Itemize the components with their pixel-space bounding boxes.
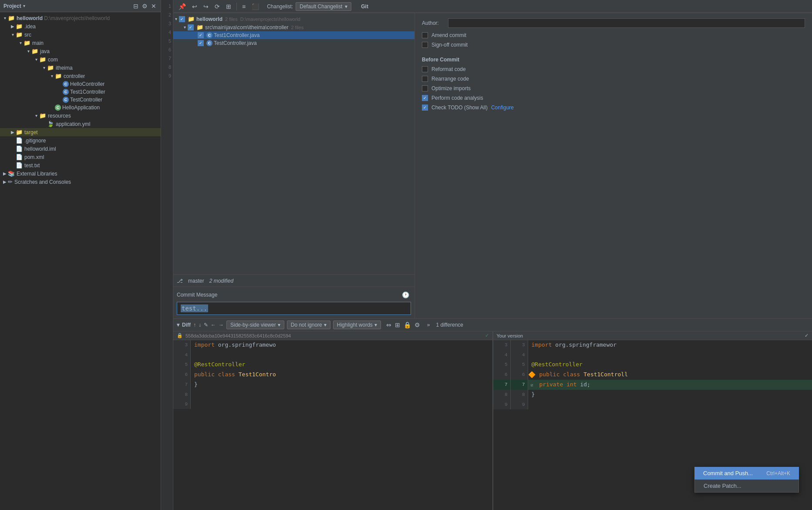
- tree-item-idea[interactable]: ▶ 📁 .idea: [0, 22, 161, 30]
- diff-left-code[interactable]: 3 import org.springframewo 4 5: [173, 340, 492, 510]
- align-left-btn[interactable]: ≡: [240, 2, 247, 11]
- diff-section-toggle[interactable]: ▾: [177, 322, 179, 328]
- sign-off-checkbox[interactable]: [422, 42, 428, 48]
- commit-message-value: test...: [181, 304, 208, 312]
- changelist-dropdown[interactable]: Default Changelist ▾: [296, 2, 351, 11]
- viewer-dropdown[interactable]: Side-by-side viewer ▾: [226, 321, 284, 329]
- diff-left-arrow[interactable]: ←: [211, 322, 216, 328]
- tree-label-java: java: [40, 48, 50, 54]
- diff-section-title[interactable]: Diff: [182, 322, 191, 328]
- diff-right-line-8: 8 8 }: [493, 390, 812, 400]
- configure-link[interactable]: Configure: [491, 105, 514, 111]
- project-dropdown-arrow[interactable]: ▾: [23, 3, 25, 8]
- rearrange-code-checkbox[interactable]: [422, 76, 428, 82]
- line-num-2: 8: [511, 390, 528, 400]
- test2-filename: TestController.java: [214, 40, 257, 46]
- sign-off-row: Sign-off commit: [422, 42, 805, 48]
- collapse-all-icon[interactable]: ⊟: [132, 2, 139, 10]
- undo-btn[interactable]: ↩: [190, 2, 199, 11]
- ignore-dropdown-arrow: ▾: [324, 322, 327, 328]
- tree-item-main[interactable]: ▾ 📁 main: [0, 39, 161, 47]
- highlight-dropdown[interactable]: Highlight words ▾: [333, 321, 381, 329]
- redo-btn[interactable]: ↪: [202, 2, 210, 11]
- settings-icon[interactable]: ⚙: [141, 2, 148, 10]
- reformat-code-checkbox[interactable]: [422, 66, 428, 72]
- diff-difference-count: 1 difference: [436, 322, 464, 328]
- diff-left-line-8: 8: [173, 390, 492, 399]
- line-num-4: 4: [168, 28, 171, 37]
- folder-icon: 📁: [196, 24, 203, 30]
- line-num-3: 3: [168, 19, 171, 28]
- line-num-5: 5: [168, 37, 171, 45]
- diff-right-line-6: 6 6 🔶 public class Test1Controll: [493, 370, 812, 380]
- tree-item-controller[interactable]: ▾ 📁 controller: [0, 72, 161, 80]
- diff-settings-icon[interactable]: ⚙: [414, 321, 421, 329]
- tree-item-gitignore[interactable]: ▶ 📄 .gitignore: [0, 136, 161, 145]
- diff-split-icon[interactable]: ⇔: [385, 321, 392, 329]
- checkbox-test1[interactable]: [198, 32, 204, 38]
- align-right-btn[interactable]: ⬛: [250, 2, 261, 11]
- perform-analysis-checkbox[interactable]: [422, 95, 428, 101]
- line-num: 8: [493, 390, 511, 400]
- line-num: 5: [493, 360, 511, 370]
- added-checkbox[interactable]: ☑: [528, 380, 536, 390]
- file-tree-subpath[interactable]: ▾ 📁 src\main\java\com\itheima\controller…: [173, 23, 414, 31]
- tree-item-itheima[interactable]: ▾ 📁 itheima: [0, 64, 161, 72]
- diff-count: »: [427, 322, 430, 328]
- line-content: [528, 400, 812, 409]
- close-panel-icon[interactable]: ✕: [150, 2, 157, 10]
- tree-item-hello-application[interactable]: ▶ C HelloApplication: [0, 104, 161, 111]
- subpath-files: 2 files: [291, 25, 303, 30]
- diff-prev-arrow[interactable]: ↑: [193, 322, 196, 328]
- java-class-icon: C: [63, 81, 69, 87]
- file-tree-root[interactable]: ▾ 📁 helloworld 2 files D:\mavenprojects\…: [173, 15, 414, 23]
- create-patch-item[interactable]: Create Patch...: [694, 480, 799, 493]
- tree-item-test-txt[interactable]: ▶ 📄 test.txt: [0, 161, 161, 169]
- tree-arrow: ▶: [10, 130, 16, 135]
- file-tree-testcontroller[interactable]: ▶ C TestController.java: [173, 39, 414, 47]
- tree-item-java[interactable]: ▾ 📁 java: [0, 47, 161, 55]
- ignore-dropdown[interactable]: Do not ignore ▾: [287, 321, 330, 329]
- commit-and-push-button[interactable]: Commit and Push... Ctrl+Alt+K: [694, 467, 799, 480]
- tree-item-iml[interactable]: ▶ 📄 helloworld.iml: [0, 145, 161, 153]
- optimize-imports-checkbox[interactable]: [422, 85, 428, 91]
- line-content: [191, 390, 492, 399]
- history-icon[interactable]: 🕐: [400, 290, 411, 299]
- tree-item-external-libs[interactable]: ▶ 📚 External Libraries: [0, 169, 161, 178]
- commit-msg-header: Commit Message 🕐: [177, 290, 411, 299]
- check-todo-checkbox[interactable]: [422, 105, 428, 111]
- diff-collapse-icon[interactable]: ⊞: [394, 321, 401, 329]
- diff-btn[interactable]: ⊞: [224, 2, 233, 11]
- tree-item-application-yml[interactable]: ▶ 🍃 application.yml: [0, 120, 161, 128]
- tree-item-pom[interactable]: ▶ 📄 pom.xml: [0, 153, 161, 161]
- checkbox-subpath[interactable]: [188, 24, 194, 30]
- author-input[interactable]: [448, 18, 805, 28]
- diff-lock-icon[interactable]: 🔒: [403, 321, 412, 329]
- tree-item-helloworld[interactable]: ▾ 📁 helloworld D:\mavenprojects\hellowor…: [0, 14, 161, 22]
- line-content: }: [528, 390, 812, 400]
- tree-arrow: ▾: [33, 57, 39, 62]
- tree-label-test-controller: TestController: [70, 97, 102, 103]
- tree-item-resources[interactable]: ▾ 📁 resources: [0, 111, 161, 120]
- commit-message-input[interactable]: test...: [177, 302, 411, 315]
- pin-toolbar-btn[interactable]: 📌: [177, 2, 188, 11]
- tree-item-target[interactable]: ▶ 📁 target: [0, 128, 161, 136]
- checkbox-test2[interactable]: [198, 40, 204, 46]
- checkbox-root[interactable]: [179, 16, 185, 22]
- diff-edit-icon[interactable]: ✎: [204, 322, 208, 328]
- tree-item-src[interactable]: ▾ 📁 src: [0, 30, 161, 39]
- file-tree-test1controller[interactable]: ▶ C Test1Controller.java: [173, 31, 414, 39]
- tree-item-hello-controller[interactable]: ▶ C HelloController: [0, 80, 161, 88]
- diff-next-arrow[interactable]: ↓: [199, 322, 201, 328]
- tree-item-scratches[interactable]: ▶ ✏ Scratches and Consoles: [0, 178, 161, 186]
- tree-item-test-controller[interactable]: ▶ C TestController: [0, 96, 161, 104]
- amend-commit-checkbox[interactable]: [422, 32, 428, 38]
- refresh-btn[interactable]: ⟳: [213, 2, 222, 11]
- tree-item-com[interactable]: ▾ 📁 com: [0, 55, 161, 64]
- tree-item-test1-controller[interactable]: ▶ C Test1Controller: [0, 88, 161, 96]
- line-num-7: 7: [168, 54, 171, 63]
- amend-commit-label: Amend commit: [431, 32, 466, 38]
- diff-right-arrow[interactable]: →: [219, 322, 224, 328]
- folder-icon: 📁: [188, 16, 195, 22]
- diff-right-line-9: 9 9: [493, 400, 812, 409]
